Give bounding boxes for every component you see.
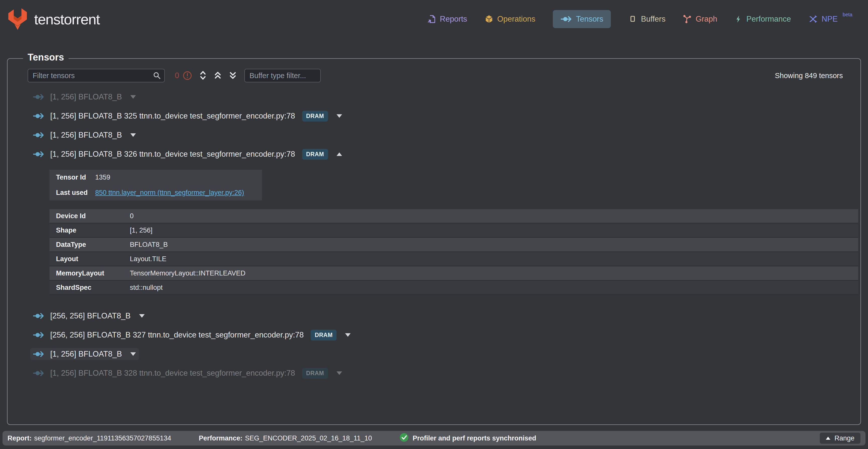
report-value: segformer_encoder_11911356357027855134 — [34, 435, 171, 442]
range-button[interactable]: Range — [820, 433, 861, 444]
chevrons-down-icon — [229, 71, 237, 81]
chevron-down-icon[interactable] — [130, 95, 136, 99]
tensor-row[interactable]: [1, 256] BFLOAT8_B 326 ttnn.to_device te… — [30, 149, 861, 160]
range-button-label: Range — [834, 435, 855, 442]
nav-item-label: Reports — [440, 14, 467, 24]
memory-type-badge: DRAM — [302, 368, 328, 379]
status-bar: Report:segformer_encoder_119113563570278… — [2, 431, 866, 446]
chevron-down-icon[interactable] — [130, 133, 136, 137]
check-icon — [400, 433, 409, 444]
tensor-row-content: [1, 256] BFLOAT8_B — [30, 348, 139, 360]
tensor-row[interactable]: [256, 256] BFLOAT8_B 327 ttnn.to_device … — [30, 329, 861, 341]
tensor-row[interactable]: [256, 256] BFLOAT8_B — [30, 310, 861, 321]
shuffle-icon — [808, 15, 817, 23]
performance-value: SEG_ENCODER_2025_02_16_18_11_10 — [245, 435, 372, 442]
tensor-icon — [33, 93, 44, 101]
tensor-icon — [33, 369, 44, 378]
summary-label: Last used — [50, 189, 95, 197]
report-icon — [427, 15, 436, 23]
nav-item-label: Buffers — [641, 14, 665, 24]
tensor-row-content: [1, 256] BFLOAT8_B 326 ttnn.to_device te… — [30, 148, 345, 161]
nav-item-tensors[interactable]: Tensors — [553, 10, 611, 28]
tensor-icon — [33, 312, 44, 320]
main-nav: ReportsOperationsTensorsBuffersGraphPerf… — [427, 0, 852, 38]
tensor-row-label: [1, 256] BFLOAT8_B — [50, 131, 122, 140]
attribute-value: BFLOAT8_B — [130, 241, 168, 249]
tensor-icon — [33, 131, 44, 139]
buffer-type-filter-field — [244, 69, 321, 83]
tensor-list: [1, 256] BFLOAT8_B[1, 256] BFLOAT8_B 325… — [30, 91, 861, 379]
nav-item-buffers[interactable]: Buffers — [628, 10, 665, 28]
nav-item-graph[interactable]: Graph — [683, 10, 717, 28]
tensor-icon — [33, 350, 44, 358]
cube-icon — [485, 15, 493, 23]
report-label: Report: — [7, 435, 32, 442]
memory-type-badge: DRAM — [311, 330, 337, 341]
search-icon — [153, 71, 161, 81]
tenstorrent-logo-icon — [7, 7, 28, 31]
report-status: Report:segformer_encoder_119113563570278… — [7, 435, 171, 442]
tensor-attributes-table: Device Id0Shape[1, 256]DataTypeBFLOAT8_B… — [50, 209, 858, 295]
tensor-detail-panel: Tensor Id1359Last used850 ttnn.layer_nor… — [50, 170, 861, 295]
last-used-link[interactable]: 850 ttnn.layer_norm (ttnn_segformer_laye… — [95, 189, 244, 196]
toolbar: 0 Showing 849 tensors — [28, 69, 843, 83]
attribute-value: 0 — [130, 212, 134, 220]
sync-status: Profiler and perf reports synchronised — [400, 433, 536, 444]
error-count: 0 — [175, 71, 179, 80]
attribute-label: Device Id — [50, 212, 130, 220]
buffer-icon — [628, 15, 637, 23]
tensor-row-content: [1, 256] BFLOAT8_B — [30, 91, 139, 103]
tensor-row[interactable]: [1, 256] BFLOAT8_B — [30, 349, 861, 360]
tensors-panel: Tensors 0 Showing 849 tensors [1, 256] B… — [7, 58, 861, 425]
filter-tensors-input[interactable] — [28, 69, 165, 83]
summary-value: 1359 — [95, 173, 110, 181]
chevron-up-icon[interactable] — [337, 153, 342, 156]
tensor-icon — [33, 150, 44, 158]
chevron-down-icon[interactable] — [337, 372, 342, 375]
unfold-toggle-button[interactable] — [199, 70, 207, 81]
nav-item-label: NPE — [822, 14, 838, 24]
attribute-row: LayoutLayout.TILE — [50, 252, 858, 266]
tensor-row-content: [1, 256] BFLOAT8_B 328 ttnn.to_device te… — [30, 366, 345, 380]
chevron-down-icon[interactable] — [345, 333, 351, 337]
app-header: tenstorrent ReportsOperationsTensorsBuff… — [0, 0, 868, 38]
attribute-value: Layout.TILE — [130, 255, 166, 263]
tensor-row[interactable]: [1, 256] BFLOAT8_B 325 ttnn.to_device te… — [30, 110, 861, 122]
memory-type-badge: DRAM — [302, 149, 328, 160]
brand: tenstorrent — [7, 0, 100, 38]
performance-status: Performance:SEG_ENCODER_2025_02_16_18_11… — [199, 435, 372, 442]
attribute-label: MemoryLayout — [50, 269, 130, 277]
performance-label: Performance: — [199, 435, 242, 442]
beta-badge: beta — [843, 12, 852, 18]
expand-all-button[interactable] — [229, 71, 237, 81]
tensor-row[interactable]: [1, 256] BFLOAT8_B — [30, 130, 861, 140]
nav-item-label: Graph — [696, 14, 717, 24]
tensor-icon — [33, 112, 44, 120]
brand-name: tenstorrent — [34, 11, 100, 28]
attribute-label: Shape — [50, 226, 130, 234]
tensor-row-label: [1, 256] BFLOAT8_B 328 ttnn.to_device te… — [50, 368, 295, 378]
buffer-type-filter-input[interactable] — [244, 69, 321, 83]
attribute-row: DataTypeBFLOAT8_B — [50, 238, 858, 252]
warning-icon — [183, 71, 192, 81]
nav-item-operations[interactable]: Operations — [485, 10, 535, 28]
tensor-row-label: [1, 256] BFLOAT8_B 325 ttnn.to_device te… — [50, 111, 295, 121]
nav-item-label: Operations — [497, 14, 535, 24]
attribute-row: MemoryLayoutTensorMemoryLayout::INTERLEA… — [50, 266, 858, 281]
chevrons-up-icon — [214, 71, 222, 81]
collapse-all-button[interactable] — [214, 71, 222, 81]
unfold-icon — [199, 70, 207, 81]
memory-type-badge: DRAM — [302, 111, 328, 122]
chevron-down-icon[interactable] — [130, 352, 136, 356]
chevron-down-icon[interactable] — [139, 314, 145, 318]
nav-item-performance[interactable]: Performance — [735, 10, 791, 28]
attribute-value: TensorMemoryLayout::INTERLEAVED — [130, 269, 245, 277]
attribute-value: [1, 256] — [130, 226, 152, 234]
tensor-row[interactable]: [1, 256] BFLOAT8_B — [30, 91, 861, 102]
nav-item-reports[interactable]: Reports — [427, 10, 467, 28]
bolt-icon — [735, 15, 742, 23]
chevron-down-icon[interactable] — [337, 114, 342, 118]
nav-item-npe[interactable]: NPEbeta — [808, 10, 852, 28]
tensor-row[interactable]: [1, 256] BFLOAT8_B 328 ttnn.to_device te… — [30, 367, 861, 379]
tensor-summary-table: Tensor Id1359Last used850 ttnn.layer_nor… — [50, 170, 262, 200]
